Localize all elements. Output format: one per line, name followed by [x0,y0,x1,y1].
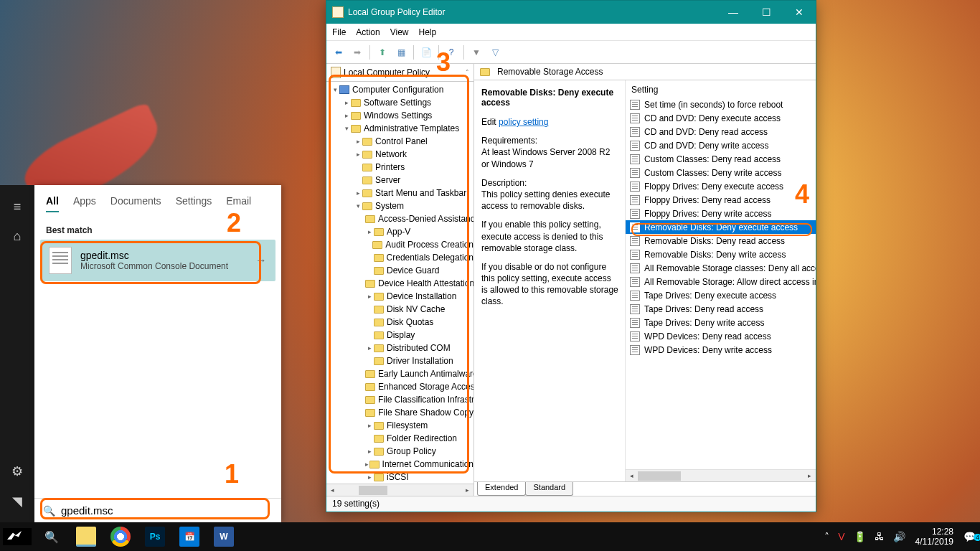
tree-admin-templates[interactable]: ▾Administrative Templates [326,122,473,135]
taskbar: 🔍 Ps 📅 W ˄ V 🔋 🖧 🔊 12:28 4/11/2019 💬4 [0,522,980,551]
taskbar-word[interactable]: W [207,522,241,551]
arrow-right-icon[interactable]: → [255,254,267,267]
setting-row[interactable]: Tape Drives: Deny write access [626,316,816,329]
forward-button[interactable]: ➡ [349,44,365,60]
setting-row[interactable]: Custom Classes: Deny read access [626,152,816,166]
maximize-button[interactable]: ☐ [750,1,783,24]
setting-row[interactable]: Floppy Drives: Deny execute access [626,179,816,193]
tree-audit-process[interactable]: Audit Process Creation [326,238,473,251]
setting-row[interactable]: Removable Disks: Deny write access [626,248,816,261]
menu-action[interactable]: Action [356,27,380,37]
tab-standard[interactable]: Standard [525,482,573,496]
taskbar-clock[interactable]: 12:28 4/11/2019 [910,527,959,547]
tree-header[interactable]: Local Computer Policy ˄ [326,64,473,82]
tree-disk-quotas[interactable]: Disk Quotas [326,316,473,329]
tab-extended[interactable]: Extended [477,482,526,496]
search-tab-documents[interactable]: Documents [110,195,161,212]
tree-iscsi[interactable]: ▸iSCSI [326,471,473,484]
up-button[interactable]: ⬆ [374,44,390,60]
menu-file[interactable]: File [332,27,346,37]
setting-row[interactable]: Floppy Drives: Deny read access [626,193,816,207]
tree-scroll[interactable]: ▾Computer Configuration ▸Software Settin… [326,82,473,484]
titlebar[interactable]: Local Group Policy Editor — ☐ ✕ [326,1,816,24]
settings-horizontal-scrollbar[interactable]: ◂▸ [626,469,816,481]
tree-disk-nv[interactable]: Disk NV Cache [326,303,473,316]
start-button[interactable] [0,522,34,551]
setting-row[interactable]: Floppy Drives: Deny write access [626,207,816,220]
setting-row[interactable]: Removable Disks: Deny execute access [626,220,816,234]
user-icon[interactable]: ◥ [12,494,22,509]
menu-help[interactable]: Help [419,27,437,37]
tree-filesystem[interactable]: ▸Filesystem [326,419,473,432]
taskbar-chrome[interactable] [103,522,138,551]
chevron-up-icon[interactable]: ˄ [466,69,469,76]
tray-battery-icon[interactable]: 🔋 [849,531,870,542]
tree-system[interactable]: ▾System [326,199,473,212]
taskbar-search-button[interactable]: 🔍 [34,522,69,551]
tray-expand-icon[interactable]: ˄ [820,531,834,542]
tree-device-guard[interactable]: Device Guard [326,264,473,277]
back-button[interactable]: ⬅ [331,44,347,60]
tree-enhanced-storage[interactable]: Enhanced Storage Access [326,380,473,393]
tree-distributed-com[interactable]: ▸Distributed COM [326,342,473,354]
setting-row[interactable]: Removable Disks: Deny read access [626,234,816,248]
home-icon[interactable]: ⌂ [14,229,22,244]
search-input[interactable] [61,504,273,517]
tree-start-menu[interactable]: ▸Start Menu and Taskbar [326,187,473,199]
tree-server[interactable]: Server [326,174,473,187]
tree-credentials-deleg[interactable]: Credentials Delegation [326,251,473,264]
search-result-gpedit[interactable]: gpedit.msc Microsoft Common Console Docu… [40,240,275,281]
tree-horizontal-scrollbar[interactable]: ◂▸ [326,484,473,496]
tree-folder-redirection[interactable]: Folder Redirection [326,432,473,445]
tree-control-panel[interactable]: ▸Control Panel [326,135,473,148]
tree-network[interactable]: ▸Network [326,148,473,161]
tree-access-denied[interactable]: Access-Denied Assistance [326,212,473,225]
tray-volume-icon[interactable]: 🔊 [889,531,910,542]
minimize-button[interactable]: — [717,1,750,24]
tree-device-health[interactable]: Device Health Attestation [326,277,473,290]
tree-internet-comm[interactable]: ▸Internet Communication [326,458,473,471]
tree-windows-settings[interactable]: ▸Windows Settings [326,109,473,122]
tray-network-icon[interactable]: 🖧 [870,531,889,542]
setting-row[interactable]: CD and DVD: Deny read access [626,125,816,138]
tree-computer-configuration[interactable]: ▾Computer Configuration [326,83,473,96]
taskbar-calendar[interactable]: 📅 [172,522,207,551]
filter-options-button[interactable]: ▽ [487,44,503,60]
hamburger-icon[interactable]: ≡ [14,199,22,215]
filter-button[interactable]: ▼ [468,44,484,60]
tree-printers[interactable]: Printers [326,161,473,174]
show-tree-button[interactable]: ▦ [393,44,409,60]
setting-row[interactable]: Tape Drives: Deny execute access [626,288,816,302]
tree-file-share-shadow[interactable]: File Share Shadow Copy [326,406,473,419]
settings-column-header[interactable]: Setting [626,80,816,98]
edit-policy-link[interactable]: policy setting [499,117,548,127]
setting-row[interactable]: CD and DVD: Deny write access [626,138,816,152]
setting-row[interactable]: CD and DVD: Deny execute access [626,111,816,125]
taskbar-file-explorer[interactable] [69,522,103,551]
menu-view[interactable]: View [390,27,409,37]
tree-software-settings[interactable]: ▸Software Settings [326,96,473,109]
close-button[interactable]: ✕ [783,1,816,24]
tree-driver-install[interactable]: Driver Installation [326,354,473,367]
tree-file-classification[interactable]: File Classification Infrastructure [326,393,473,406]
export-button[interactable]: 📄 [418,44,434,60]
tree-display[interactable]: Display [326,329,473,342]
tree-early-launch[interactable]: Early Launch Antimalware [326,367,473,380]
settings-gear-icon[interactable]: ⚙ [11,463,23,479]
tree-group-policy[interactable]: ▸Group Policy [326,445,473,458]
action-center-icon[interactable]: 💬4 [959,531,980,542]
search-tab-settings[interactable]: Settings [176,195,212,212]
search-tab-all[interactable]: All [46,195,59,212]
tree-device-install[interactable]: ▸Device Installation [326,290,473,303]
setting-row[interactable]: WPD Devices: Deny write access [626,343,816,357]
setting-row[interactable]: Set time (in seconds) to force reboot [626,98,816,111]
setting-row[interactable]: All Removable Storage classes: Deny all … [626,261,816,275]
tray-vivaldi-icon[interactable]: V [834,531,849,542]
setting-row[interactable]: Tape Drives: Deny read access [626,302,816,316]
setting-row[interactable]: Custom Classes: Deny write access [626,166,816,179]
tree-app-v[interactable]: ▸App-V [326,225,473,238]
taskbar-photoshop[interactable]: Ps [138,522,172,551]
search-tab-apps[interactable]: Apps [73,195,96,212]
setting-row[interactable]: All Removable Storage: Allow direct acce… [626,275,816,288]
setting-row[interactable]: WPD Devices: Deny read access [626,329,816,343]
